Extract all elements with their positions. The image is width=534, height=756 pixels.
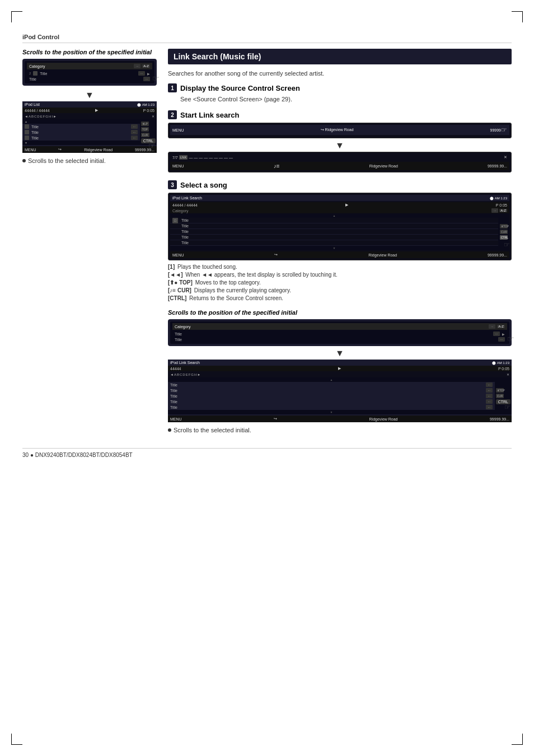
screen1-row2-btn: ···	[143, 77, 150, 81]
bottom-s2-row3: Title ···	[168, 393, 495, 399]
bottom-s2-up: ▲	[168, 377, 495, 382]
bottom-s2-label2: Title	[170, 389, 177, 393]
bottom-s2-icons: ⬤ AM 1:23	[492, 361, 509, 365]
screen2-title: iPod List	[25, 102, 40, 106]
step3-cat-dots: ···	[491, 208, 498, 213]
note-line1: [1] Plays the touched song.	[168, 264, 512, 270]
screen1-category-label: Category	[29, 64, 45, 68]
step2-num: 2	[168, 110, 177, 119]
step3-cat-bar: Category ··· A-Z	[170, 208, 509, 213]
note5-bracket: [CTRL]	[168, 295, 188, 301]
note4-bracket: [♪≡ CUR]	[168, 287, 193, 293]
step2-s1-road: ↪ Ridgeview Road	[184, 128, 490, 132]
bottom-s2-label5: Title	[170, 405, 177, 409]
bottom-nav-g: G	[191, 373, 194, 376]
step3-screen-header: iPod Link Search ⬤ AM 1:23	[170, 195, 509, 201]
note3-bracket: [⬆● TOP]	[168, 279, 194, 286]
page-footer: 30 ● DNX9240BT/DDX8024BT/DDX8054BT	[22, 448, 512, 458]
screen2-list-btn3: ···	[131, 136, 138, 140]
step3-counter-arrow: ▶	[345, 203, 348, 207]
bottom-caption-scrolls: Scrolls to the selected initial.	[168, 427, 512, 433]
bottom-s2-btn2: ···	[486, 388, 493, 393]
screen2-arrow: ▶	[95, 108, 98, 113]
screen2-list-label3: Title	[31, 136, 39, 140]
screen1-title-icon	[33, 71, 38, 76]
bottom-s1-row1-arrow: ▶	[502, 332, 505, 336]
screen1-title-bar: Category ··· A-Z	[27, 63, 152, 69]
bottom-nav-next: ►	[197, 373, 200, 376]
screen2-down-arrow-list: ▼	[25, 141, 27, 144]
screen2-hand-icon: ☞	[148, 141, 156, 150]
step2-s2-77: 7/7	[172, 156, 178, 160]
screen1-title-row1: 2 Title ··· ▶	[27, 71, 152, 76]
bottom-s2-title: iPod Link Search	[170, 361, 200, 365]
step3-row5-label: Title	[181, 241, 189, 245]
bottom-s2-top-btn: ⬆TOP	[496, 388, 504, 393]
screen2-cur-btn: CUR	[141, 133, 149, 137]
screen2-nav-i: I	[51, 115, 53, 118]
bottom-s2-dn: ▼	[168, 410, 495, 414]
step2-screen1-bar: MENU ↪ Ridgeview Road 99999 ☞	[170, 125, 509, 135]
step3-row1-indicator: □	[172, 218, 178, 223]
bottom-s2-label3: Title	[170, 394, 177, 398]
step2-lnk-btn: LNK	[179, 155, 188, 160]
bottom-s2-row1: Title ···	[168, 382, 495, 388]
screen2-list-icon3	[25, 136, 29, 140]
bottom-nav-b: B	[177, 373, 179, 376]
note-line3: [⬆● TOP] Moves to the top category.	[168, 279, 512, 286]
screen2-nav-prev: ◄	[25, 115, 28, 118]
step1-title: Display the Source Control Screen	[180, 84, 300, 92]
bottom-s2-counter: 44444	[170, 367, 181, 371]
screen2-nav-next: ►	[53, 115, 57, 118]
step2-s2-road: Ridgeview Road	[369, 164, 398, 168]
bullet-dot-left	[22, 159, 26, 162]
screen2-list-label2: Title	[31, 130, 39, 134]
step3-title-label: iPod Link Search	[172, 196, 202, 200]
step2-s2-bottom: MENU ♪≡ Ridgeview Road 99999.99...	[170, 162, 509, 170]
screen1-az-badge: A-Z	[142, 64, 150, 68]
step1-num: 1	[168, 83, 177, 92]
bottom-s1-row2: Title ···	[172, 337, 507, 342]
bottom-s2-counter-row: 44444 ▶ P 0:05	[168, 366, 512, 371]
screen2-nav-c: C	[34, 115, 36, 118]
bottom-nav-d: D	[182, 373, 185, 376]
step3-row4-label: Title	[181, 235, 189, 239]
bottom-s2-cur-btn: CUR	[496, 394, 504, 398]
note-line4: [♪≡ CUR] Displays the currently playing …	[168, 287, 512, 293]
screen2-nav-g: G	[45, 115, 48, 118]
screen2-menu-btn: MENU	[25, 148, 36, 152]
step3-road-icon: ↪	[274, 253, 278, 257]
bottom-s2-hand: ☞	[504, 403, 510, 411]
bottom-s1-row2-btn: ···	[498, 337, 505, 342]
bottom-s2-row5: Title ···	[168, 404, 495, 410]
bottom-s2-label4: Title	[170, 400, 177, 404]
screen2-list-btn1: ···	[131, 124, 138, 129]
corner-mark-br	[506, 728, 523, 745]
note-line2: [◄◄] When ◄◄ appears, the text display i…	[168, 272, 512, 278]
bottom-s1-row1: Title ··· ▶	[172, 331, 507, 337]
bottom-s2-row2: Title ···	[168, 388, 495, 393]
corner-mark-bl	[11, 728, 28, 745]
bottom-nav-a: A	[174, 373, 176, 376]
step3-position: P 0:05	[496, 203, 507, 207]
screen2-road-name: Ridgeview Road	[84, 148, 113, 152]
step3-bottom-bar: MENU ↪ Ridgeview Road 99999.99...	[170, 251, 509, 258]
screen2-list-row3: Title ···	[22, 135, 140, 141]
step3-num: 99999.99...	[488, 253, 507, 257]
bottom-s2-position: P 0:05	[498, 367, 509, 371]
step3-counter-row: 44444 / 44444 ▶ P 0:05	[170, 202, 509, 208]
step3-counter: 44444 / 44444	[172, 203, 198, 207]
step3-num: 3	[168, 180, 177, 189]
bottom-nav-f: F	[189, 373, 191, 376]
bottom-nav-h: H	[194, 373, 196, 376]
bottom-section: Scrolls to the position of the specified…	[168, 309, 512, 433]
step3-row2-label: Title	[181, 224, 189, 228]
screen1-row2-label: Title	[29, 77, 36, 81]
step3-container: 3 Select a song iPod Link Search ⬤ AM 1:…	[168, 180, 512, 301]
screen1-dots-btn: ···	[134, 64, 140, 68]
bottom-s1-dots: ···	[489, 324, 495, 329]
step3-screen: iPod Link Search ⬤ AM 1:23 44444 / 44444…	[168, 193, 512, 260]
bullet-dot-bottom	[168, 428, 171, 432]
screen2-x-btn: ✕	[152, 114, 154, 118]
right-column: Link Search (Music file) Searches for an…	[168, 49, 512, 437]
